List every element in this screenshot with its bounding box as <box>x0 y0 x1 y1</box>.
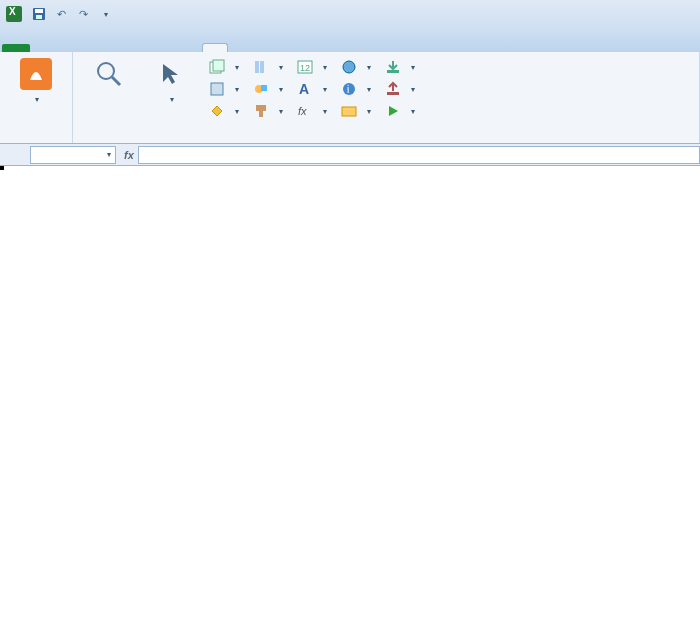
numbers-dates-button[interactable]: 12▾ <box>293 56 331 78</box>
svg-rect-12 <box>261 85 267 91</box>
format-button[interactable]: ▾ <box>249 100 287 122</box>
sheets-icon <box>209 59 225 75</box>
objects-icon <box>253 81 269 97</box>
excel-icon <box>6 6 22 22</box>
text-button[interactable]: A▾ <box>293 78 331 100</box>
svg-text:12: 12 <box>300 63 310 73</box>
info-icon: i <box>341 81 357 97</box>
range-button[interactable]: ▾ <box>205 78 243 100</box>
redo-icon[interactable]: ↷ <box>74 5 92 23</box>
chevron-down-icon[interactable]: ▾ <box>107 150 111 159</box>
save-icon[interactable] <box>30 5 48 23</box>
cursor-icon <box>155 58 187 90</box>
my-favorite-tools-button[interactable]: ▾ <box>8 56 64 108</box>
svg-point-19 <box>343 61 355 73</box>
formulas-button[interactable]: fx▾ <box>293 100 331 122</box>
svg-line-5 <box>112 77 120 85</box>
file-tab[interactable] <box>2 44 30 52</box>
numbers-icon: 12 <box>297 59 313 75</box>
favorite-tools-icon <box>20 58 52 90</box>
import-button[interactable]: ▾ <box>381 56 419 78</box>
svg-point-4 <box>98 63 114 79</box>
file-system-button[interactable]: ▾ <box>337 100 375 122</box>
export-icon <box>385 81 401 97</box>
svg-text:fx: fx <box>298 105 307 117</box>
information-button[interactable]: i▾ <box>337 78 375 100</box>
ribbon: ▾ ▾ ▾ ▾ ▾ ▾ ▾ ▾ <box>0 52 700 144</box>
tab-home[interactable] <box>34 44 58 52</box>
web-button[interactable]: ▾ <box>337 56 375 78</box>
chevron-down-icon: ▾ <box>170 95 174 104</box>
tab-review[interactable] <box>154 44 178 52</box>
group-time-saving-label <box>81 139 691 141</box>
globe-icon <box>341 59 357 75</box>
svg-rect-22 <box>342 107 356 116</box>
fill-icon <box>209 103 225 119</box>
svg-rect-1 <box>35 9 43 13</box>
start-button[interactable]: ▾ <box>381 100 419 122</box>
objects-comments-button[interactable]: ▾ <box>249 78 287 100</box>
title-bar: ↶ ↷ ▾ <box>0 0 700 28</box>
undo-icon[interactable]: ↶ <box>52 5 70 23</box>
tab-asap-utilities[interactable] <box>202 43 228 52</box>
svg-rect-24 <box>387 92 399 95</box>
chevron-down-icon: ▾ <box>35 95 39 104</box>
group-favorites-label <box>8 139 64 141</box>
tab-page-layout[interactable] <box>82 44 106 52</box>
play-icon <box>385 103 401 119</box>
columns-rows-button[interactable]: ▾ <box>249 56 287 78</box>
sheets-button[interactable]: ▾ <box>205 56 243 78</box>
tab-view[interactable] <box>178 44 202 52</box>
formula-input[interactable] <box>138 146 700 164</box>
svg-rect-7 <box>213 60 224 71</box>
vision-control-button[interactable] <box>81 56 137 94</box>
tab-formulas[interactable] <box>106 44 130 52</box>
svg-text:i: i <box>347 84 349 95</box>
group-time-saving: ▾ ▾ ▾ ▾ ▾ ▾ ▾ 12▾ A▾ fx▾ ▾ i▾ ▾ <box>73 52 700 143</box>
import-icon <box>385 59 401 75</box>
fx-icon: fx <box>297 103 313 119</box>
range-icon <box>209 81 225 97</box>
svg-text:A: A <box>299 81 309 97</box>
worksheet-grid[interactable] <box>0 166 700 619</box>
svg-rect-2 <box>36 15 42 19</box>
tab-data[interactable] <box>130 44 154 52</box>
quick-access-toolbar: ↶ ↷ ▾ <box>30 5 114 23</box>
fill-button[interactable]: ▾ <box>205 100 243 122</box>
magnifier-icon <box>93 58 125 90</box>
svg-rect-10 <box>260 61 264 73</box>
svg-rect-13 <box>256 105 266 111</box>
select-button[interactable]: ▾ <box>143 56 199 108</box>
folder-icon <box>341 103 357 119</box>
name-box[interactable]: ▾ <box>30 146 116 164</box>
formula-bar: ▾ fx <box>0 144 700 166</box>
text-icon: A <box>297 81 313 97</box>
columns-icon <box>253 59 269 75</box>
ribbon-tabs <box>0 28 700 52</box>
svg-rect-8 <box>211 83 223 95</box>
format-icon <box>253 103 269 119</box>
export-button[interactable]: ▾ <box>381 78 419 100</box>
svg-rect-23 <box>387 70 399 73</box>
svg-rect-9 <box>255 61 259 73</box>
group-favorites: ▾ <box>0 52 73 143</box>
fx-icon[interactable]: fx <box>124 149 134 161</box>
tab-insert[interactable] <box>58 44 82 52</box>
svg-rect-14 <box>259 111 263 117</box>
qat-dropdown-icon[interactable]: ▾ <box>96 5 114 23</box>
